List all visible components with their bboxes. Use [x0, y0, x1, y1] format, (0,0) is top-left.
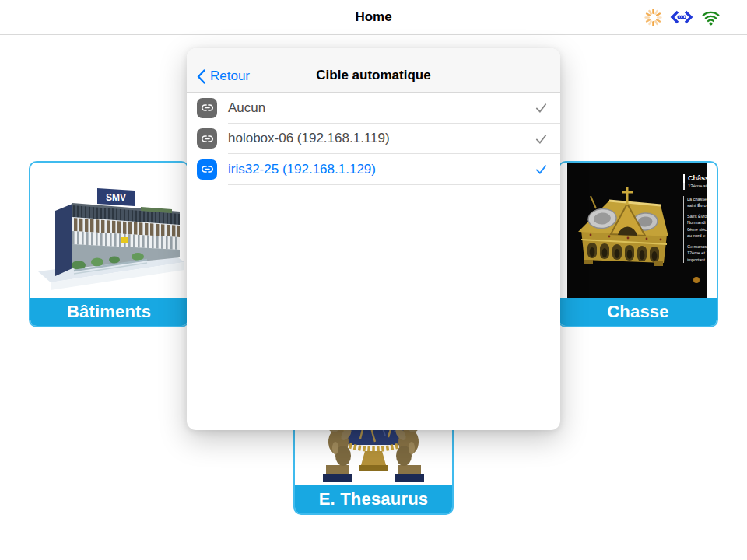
- target-option-label: iris32-25 (192.168.1.129): [228, 162, 376, 177]
- chasse-black-slide: Châsse 13ème siè La châsse saint Évro Sa…: [567, 163, 707, 298]
- card-label-chasse: Chasse: [559, 298, 717, 326]
- page-title: Home: [0, 0, 747, 34]
- chasse-panel-line: important: [687, 257, 707, 264]
- modal-header: Retour Cible automatique: [187, 48, 560, 93]
- app-screen: Home: [0, 0, 747, 560]
- smv-sign-text: SMV: [106, 192, 126, 203]
- putto-right: [394, 422, 424, 482]
- link-icon: [197, 128, 217, 149]
- target-option-iris32-25[interactable]: iris32-25 (192.168.1.129): [187, 154, 560, 185]
- network-code-icon: [670, 8, 693, 26]
- chasse-panel-paragraphs: La châsse saint Évro Saint Évro Normandi…: [683, 196, 707, 264]
- chasse-image: Châsse 13ème siè La châsse saint Évro Sa…: [559, 163, 717, 298]
- chasse-panel-line: 6ème siècle: [687, 226, 707, 233]
- chasse-text-panel: Châsse 13ème siè La châsse saint Évro Sa…: [683, 174, 707, 263]
- cible-automatique-modal: Retour Cible automatique Aucun: [187, 48, 560, 430]
- status-icon-group: [644, 0, 721, 34]
- checkmark-icon: [535, 93, 548, 124]
- chasse-panel-line: Normandi: [687, 219, 707, 226]
- chasse-panel-line: saint Évro: [687, 202, 707, 209]
- link-icon: [197, 159, 217, 180]
- link-icon: [197, 98, 217, 118]
- chasse-panel-line: 12ème et 13: [687, 250, 707, 257]
- chasse-panel-subtitle: 13ème siè: [683, 183, 707, 189]
- target-list: Aucun holobox: [187, 93, 560, 185]
- putto-left: [323, 422, 353, 482]
- card-label-thesaurus: E. Thesaurus: [295, 485, 452, 513]
- target-option-aucun[interactable]: Aucun: [187, 93, 560, 124]
- chasse-panel-line: au nord-e: [687, 233, 707, 240]
- card-label-batiments: Bâtiments: [30, 298, 188, 326]
- card-chasse[interactable]: Châsse 13ème siè La châsse saint Évro Sa…: [558, 161, 718, 327]
- back-button[interactable]: Retour: [197, 68, 250, 84]
- chasse-panel-line: La châsse: [687, 196, 707, 203]
- batiments-image: SMV: [30, 163, 188, 298]
- target-option-label: Aucun: [228, 100, 265, 116]
- target-option-holobox-06[interactable]: holobox-06 (192.168.1.119): [187, 124, 560, 155]
- wifi-icon: [700, 8, 721, 27]
- checkmark-icon: [535, 124, 548, 155]
- checkmark-icon: [535, 154, 548, 185]
- activity-spinner-icon: [644, 8, 663, 27]
- target-option-label: holobox-06 (192.168.1.119): [228, 131, 390, 146]
- chasse-panel-line: Ce monast: [687, 243, 707, 250]
- back-button-label: Retour: [210, 68, 250, 84]
- chasse-panel-line: Saint Évro: [687, 213, 707, 220]
- chevron-left-icon: [197, 69, 205, 84]
- building-illustration: SMV: [30, 163, 188, 298]
- chasse-panel-title: Châsse: [683, 174, 707, 183]
- top-navigation-bar: Home: [0, 0, 747, 35]
- card-batiments[interactable]: SMV Bâtiments: [29, 161, 189, 327]
